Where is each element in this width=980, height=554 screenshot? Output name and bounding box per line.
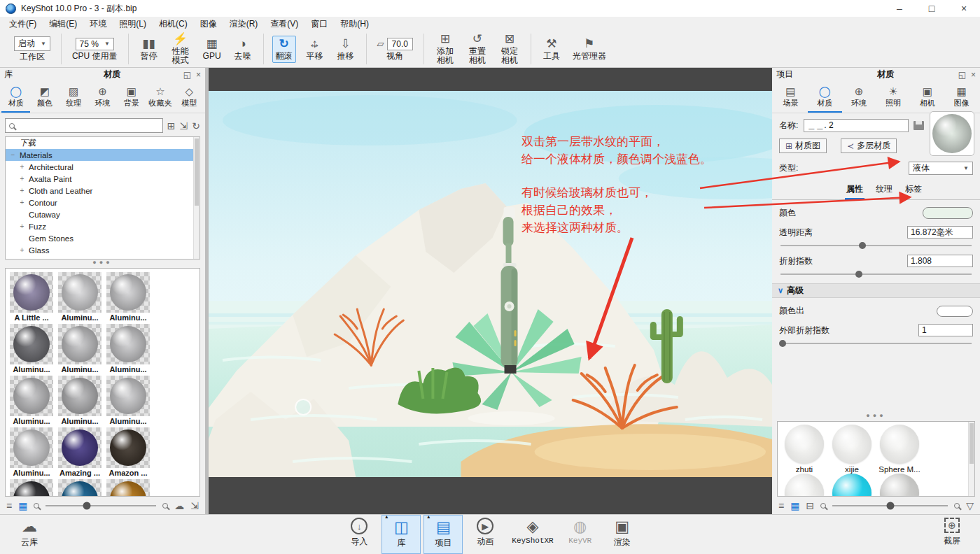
cpu-usage-dropdown[interactable]: 75 %▼ CPU 使用量 bbox=[70, 36, 120, 62]
close-button[interactable]: × bbox=[948, 0, 980, 17]
slider-knob[interactable] bbox=[83, 502, 90, 509]
menu-render[interactable]: 渲染(R) bbox=[223, 17, 265, 31]
color-swatch[interactable] bbox=[923, 207, 973, 219]
animation-button[interactable]: ▶ 动画 bbox=[465, 515, 505, 554]
filter-icon[interactable]: ▽ bbox=[966, 501, 974, 511]
advanced-section-header[interactable]: ∨ 高级 bbox=[772, 283, 980, 298]
scene-material-thumb[interactable] bbox=[830, 474, 874, 497]
list-view-icon[interactable]: ≡ bbox=[778, 501, 784, 511]
refraction-index-slider[interactable] bbox=[780, 274, 972, 275]
material-thumb[interactable]: Aluminu... bbox=[9, 427, 54, 477]
subtab-properties[interactable]: 属性 bbox=[845, 182, 864, 200]
material-type-select[interactable]: 液体▼ bbox=[909, 162, 973, 175]
transparency-distance-input[interactable]: 16.872毫米 bbox=[907, 226, 973, 239]
refraction-index-input[interactable]: 1.808 bbox=[907, 255, 973, 267]
material-thumb[interactable]: Anodiz... bbox=[57, 479, 102, 497]
thumbnail-size-slider[interactable] bbox=[832, 505, 948, 506]
zoom-in-icon[interactable] bbox=[162, 503, 168, 509]
reset-camera-button[interactable]: ↺ 重置相机 bbox=[465, 31, 490, 66]
material-name-input[interactable] bbox=[804, 119, 909, 132]
tree-item-fuzz[interactable]: +Fuzz bbox=[6, 220, 200, 232]
material-thumb[interactable]: Amazon ... bbox=[106, 427, 150, 477]
material-thumb[interactable]: Aluminu... bbox=[9, 324, 54, 374]
menu-window[interactable]: 窗口 bbox=[304, 17, 334, 31]
material-thumb[interactable]: Aluminu... bbox=[57, 272, 102, 322]
material-thumb[interactable]: Aluminu... bbox=[106, 376, 150, 425]
thumbs-scrollbar[interactable] bbox=[968, 422, 974, 496]
library-toggle-button[interactable]: ◫ 库 bbox=[382, 515, 421, 554]
library-tab-backplates[interactable]: ▣背景 bbox=[117, 83, 146, 113]
float-panel-icon[interactable]: ◱ bbox=[183, 70, 191, 80]
slider-knob[interactable] bbox=[855, 271, 862, 278]
close-panel-icon[interactable]: × bbox=[971, 70, 976, 80]
thumbnail-size-slider[interactable] bbox=[46, 505, 156, 506]
save-material-icon[interactable] bbox=[913, 121, 924, 130]
add-folder-icon[interactable]: ⊞ bbox=[167, 120, 176, 132]
library-search-input[interactable] bbox=[5, 118, 163, 133]
external-refraction-index-input[interactable]: 1 bbox=[918, 324, 973, 336]
slider-knob[interactable] bbox=[886, 502, 894, 509]
tree-item-contour[interactable]: +Contour bbox=[6, 197, 200, 208]
project-tab-camera[interactable]: ▣相机 bbox=[910, 83, 944, 113]
library-tab-colors[interactable]: ◩颜色 bbox=[30, 83, 59, 113]
light-manager-button[interactable]: ⚑ 光管理器 bbox=[570, 36, 608, 62]
project-tab-material[interactable]: ◯材质 bbox=[808, 83, 842, 113]
tumble-button[interactable]: ↻ 翻滚 bbox=[272, 36, 296, 63]
menu-environment[interactable]: 环境 bbox=[83, 17, 113, 31]
material-thumb[interactable]: Aluminu... bbox=[106, 324, 150, 374]
panel-resize-handle[interactable]: ●●● bbox=[772, 413, 980, 420]
menu-edit[interactable]: 编辑(E) bbox=[43, 17, 83, 31]
zoom-out-icon[interactable] bbox=[34, 503, 39, 509]
material-thumb[interactable]: A Little ... bbox=[9, 272, 54, 322]
folder-export-icon[interactable]: ⇲ bbox=[190, 501, 199, 511]
project-toggle-button[interactable]: ▤ 项目 bbox=[424, 515, 463, 554]
grid-view-icon[interactable]: ▦ bbox=[790, 501, 799, 511]
external-refraction-index-slider[interactable] bbox=[780, 343, 972, 344]
scene-material-thumb[interactable] bbox=[877, 474, 922, 497]
scene-material-thumb[interactable]: zhuti bbox=[782, 425, 827, 474]
tree-item-cloth-and-leather[interactable]: +Cloth and Leather bbox=[6, 185, 200, 197]
menu-image[interactable]: 图像 bbox=[194, 17, 223, 31]
slider-knob[interactable] bbox=[859, 242, 866, 249]
project-tab-image[interactable]: ▦图像 bbox=[944, 83, 979, 113]
menu-view[interactable]: 查看(V) bbox=[264, 17, 304, 31]
tree-item-cutaway[interactable]: Cutaway bbox=[6, 208, 200, 220]
library-tab-materials[interactable]: ◯材质 bbox=[1, 83, 30, 113]
tree-item-materials[interactable]: −Materials bbox=[6, 149, 200, 161]
zoom-in-icon[interactable] bbox=[954, 503, 960, 509]
library-tab-environments[interactable]: ⊕环境 bbox=[88, 83, 117, 113]
material-thumb[interactable]: Anodized... bbox=[106, 479, 150, 497]
slider-knob[interactable] bbox=[779, 340, 786, 347]
library-tab-textures[interactable]: ▨纹理 bbox=[59, 83, 88, 113]
scene-material-thumb[interactable]: shengzha... bbox=[782, 474, 827, 497]
pause-button[interactable]: ▮▮ 暂停 bbox=[137, 36, 161, 62]
material-thumb[interactable]: Aluminu... bbox=[57, 376, 102, 425]
maximize-button[interactable]: □ bbox=[916, 0, 948, 17]
list-view-icon[interactable]: ≡ bbox=[6, 501, 12, 511]
fov-field[interactable]: ▱70.0 视角 bbox=[375, 36, 415, 62]
tree-item-axalta-paint[interactable]: +Axalta Paint bbox=[6, 173, 200, 185]
panel-resize-handle[interactable]: ●●● bbox=[0, 260, 205, 267]
transparency-distance-slider[interactable] bbox=[780, 245, 972, 246]
zoom-out-icon[interactable] bbox=[820, 503, 826, 509]
import-folder-icon[interactable]: ⇲ bbox=[180, 120, 188, 132]
import-button[interactable]: ↓ 导入 bbox=[340, 515, 379, 554]
render-button[interactable]: ▣ 渲染 bbox=[603, 515, 642, 554]
project-tab-scene[interactable]: ▤场景 bbox=[774, 83, 808, 113]
refresh-icon[interactable]: ↻ bbox=[192, 120, 200, 132]
cloud-upload-icon[interactable]: ☁ bbox=[174, 501, 184, 511]
tree-view-icon[interactable]: ⊟ bbox=[806, 501, 814, 511]
library-tab-favorites[interactable]: ☆收藏夹 bbox=[146, 83, 174, 113]
material-thumb[interactable]: Amazing ... bbox=[57, 427, 102, 477]
denoise-button[interactable]: ◑ 去噪 bbox=[231, 36, 255, 62]
pan-button[interactable]: ↔ 平移 bbox=[303, 36, 327, 62]
minimize-button[interactable]: – bbox=[883, 0, 916, 17]
color-out-swatch[interactable] bbox=[937, 306, 973, 317]
tree-item-gem-stones[interactable]: Gem Stones bbox=[6, 232, 200, 244]
grid-view-icon[interactable]: ▦ bbox=[18, 501, 27, 511]
dolly-button[interactable]: ⇩ 推移 bbox=[334, 36, 358, 62]
material-thumb[interactable]: Anodiz... bbox=[9, 479, 54, 497]
scene-material-thumb[interactable]: xijie bbox=[830, 425, 874, 474]
menu-file[interactable]: 文件(F) bbox=[3, 17, 43, 31]
realtime-viewport[interactable]: 双击第一层带水纹的平面， 给一个液体材质，颜色调个浅蓝色。 有时候给玻璃材质也可… bbox=[205, 68, 772, 514]
